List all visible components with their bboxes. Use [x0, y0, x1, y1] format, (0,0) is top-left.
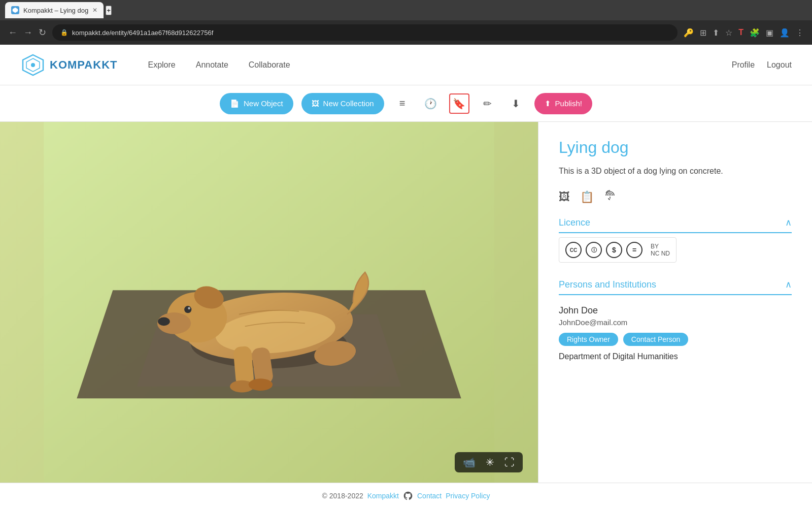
app-header: KOMPAKKT Explore Annotate Collaborate Pr…	[0, 45, 812, 85]
layout-icon[interactable]: ▣	[766, 28, 773, 38]
main-content: 📹 ✳ ⛶ Lying dog This is a 3D object of a…	[0, 122, 812, 483]
cc-icon: CC	[565, 242, 582, 258]
publish-label: Publish!	[555, 99, 582, 108]
profile-icon[interactable]: 👤	[780, 28, 790, 38]
main-nav: Explore Annotate Collaborate	[148, 60, 290, 70]
entity-title: Lying dog	[559, 138, 792, 157]
person-badges: Rights Owner Contact Person	[559, 333, 792, 346]
persons-section: Persons and Institutions ∧ John Doe John…	[559, 279, 792, 361]
persons-title: Persons and Institutions	[559, 279, 656, 290]
cc-badge: CC Ⓘ $ = BY NC ND	[559, 237, 676, 263]
new-tab-button[interactable]: +	[106, 6, 112, 15]
github-icon[interactable]	[403, 491, 413, 501]
cc-text: BY NC ND	[651, 243, 670, 257]
person-card: John Doe JohnDoe@mail.com Rights Owner C…	[559, 305, 792, 361]
new-object-icon: 📄	[230, 99, 240, 108]
browser-toolbar: 🔑 ⊞ ⬆ ☆ T 🧩 ▣ 👤 ⋮	[684, 28, 804, 38]
dog-scene-svg	[0, 122, 538, 483]
reload-button[interactable]: ↻	[39, 27, 46, 38]
edit-icon-button[interactable]: ✏	[478, 93, 498, 114]
ext-icon-1[interactable]: 🔑	[684, 28, 694, 38]
tab-title: Kompakkt – Lying dog	[23, 7, 88, 14]
new-collection-button[interactable]: 🖼 New Collection	[301, 93, 384, 114]
footer-kompakkt-link[interactable]: Kompakkt	[367, 492, 399, 500]
image-panel: 📹 ✳ ⛶	[0, 122, 538, 483]
svg-point-12	[158, 318, 170, 326]
nav-collaborate[interactable]: Collaborate	[249, 60, 290, 70]
menu-icon[interactable]: ⋮	[796, 28, 804, 38]
svg-point-19	[249, 378, 273, 391]
footer-contact-link[interactable]: Contact	[417, 492, 442, 500]
fullscreen-icon[interactable]: ⛶	[504, 457, 515, 468]
profile-link[interactable]: Profile	[732, 60, 755, 70]
nav-annotate[interactable]: Annotate	[196, 60, 228, 70]
fingerprint-icon-button[interactable]	[604, 189, 616, 205]
nd-icon: =	[626, 242, 642, 258]
licence-section: Licence ∧ CC Ⓘ $ = BY NC ND	[559, 217, 792, 263]
logo-icon	[20, 52, 46, 78]
entity-action-icons: 🖼 📋	[559, 189, 792, 205]
gallery-icon-button[interactable]: 🖼	[559, 189, 570, 205]
persons-divider	[559, 294, 792, 295]
svg-point-13	[184, 306, 191, 313]
camera-icon[interactable]: 📹	[463, 456, 476, 468]
url-input[interactable]: 🔒 kompakkt.de/entity/6491a1ae67f68d91262…	[52, 24, 678, 41]
persons-section-header[interactable]: Persons and Institutions ∧	[559, 279, 792, 290]
licence-chevron-icon: ∧	[785, 217, 792, 228]
history-icon-button[interactable]: 🕐	[421, 93, 441, 114]
active-tab[interactable]: Kompakkt – Lying dog ✕	[5, 2, 104, 18]
main-toolbar: 📄 New Object 🖼 New Collection ≡ 🕐 🔖 ✏ ⬇ …	[0, 85, 812, 122]
list-icon-button[interactable]: ≡	[392, 93, 413, 114]
tab-bar: Kompakkt – Lying dog ✕ +	[0, 0, 812, 20]
download-icon-button[interactable]: ⬇	[506, 93, 526, 114]
details-icon-button[interactable]: 📋	[580, 189, 594, 205]
rights-owner-badge: Rights Owner	[559, 333, 618, 346]
cc-nc-label: NC ND	[651, 250, 670, 257]
browser-chrome: Kompakkt – Lying dog ✕ + ← → ↻ 🔒 kompakk…	[0, 0, 812, 45]
logo-text: KOMPAKKT	[50, 58, 117, 72]
svg-marker-0	[13, 8, 18, 13]
share-icon[interactable]: ⬆	[713, 28, 719, 38]
shutter-icon[interactable]: ✳	[486, 456, 494, 468]
persons-chevron-icon: ∧	[785, 279, 792, 290]
svg-rect-16	[233, 346, 254, 387]
svg-point-14	[188, 307, 190, 309]
licence-title: Licence	[559, 217, 590, 228]
forward-button[interactable]: →	[23, 27, 32, 38]
tab-close-button[interactable]: ✕	[92, 7, 97, 14]
licence-divider	[559, 232, 792, 233]
image-placeholder	[0, 122, 538, 483]
by-icon: Ⓘ	[586, 242, 602, 258]
puzzle-icon[interactable]: 🧩	[750, 28, 760, 38]
tab-favicon	[11, 6, 19, 14]
person-email: JohnDoe@mail.com	[559, 318, 792, 327]
licence-section-header[interactable]: Licence ∧	[559, 217, 792, 228]
new-object-label: New Object	[244, 99, 283, 108]
institution-name: Department of Digital Humanities	[559, 352, 792, 361]
contact-person-badge: Contact Person	[623, 333, 689, 346]
url-text: kompakkt.de/entity/6491a1ae67f68d9126227…	[72, 29, 213, 37]
star-icon[interactable]: ☆	[725, 28, 732, 38]
person-name: John Doe	[559, 305, 792, 316]
lock-icon: 🔒	[60, 29, 68, 36]
ext-icon-2[interactable]: ⊞	[700, 28, 706, 38]
cc-by-label: BY	[651, 243, 670, 250]
logout-link[interactable]: Logout	[767, 60, 792, 70]
publish-icon: ⬆	[545, 99, 551, 108]
entity-description: This is a 3D object of a dog lying on co…	[559, 165, 792, 177]
footer-privacy-link[interactable]: Privacy Policy	[446, 492, 490, 500]
new-collection-icon: 🖼	[312, 99, 319, 108]
svg-point-3	[31, 63, 35, 67]
new-collection-label: New Collection	[323, 99, 374, 108]
ext-icon-3[interactable]: T	[738, 28, 743, 37]
nav-explore[interactable]: Explore	[148, 60, 175, 70]
back-button[interactable]: ←	[8, 27, 17, 38]
copyright-text: © 2018-2022	[322, 492, 363, 500]
header-right: Profile Logout	[732, 60, 792, 70]
bookmark-icon-button[interactable]: 🔖	[449, 93, 469, 114]
right-panel-inner: Lying dog This is a 3D object of a dog l…	[538, 122, 812, 377]
new-object-button[interactable]: 📄 New Object	[220, 93, 293, 114]
publish-button[interactable]: ⬆ Publish!	[534, 93, 592, 114]
right-panel: Lying dog This is a 3D object of a dog l…	[538, 122, 812, 483]
logo-area[interactable]: KOMPAKKT	[20, 52, 117, 78]
